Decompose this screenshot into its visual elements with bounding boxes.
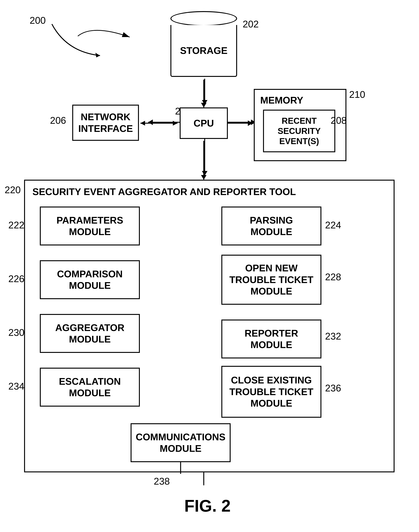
cpu-label: CPU: [194, 117, 214, 129]
svg-marker-15: [173, 121, 177, 126]
cpu-seart-arrow-svg: [199, 139, 210, 181]
svg-marker-19: [202, 100, 208, 105]
parameters-module-box: PARAMETERS MODULE: [40, 207, 140, 246]
ref-208: 208: [331, 115, 347, 126]
ref-238: 238: [154, 476, 170, 487]
escalation-module-label: ESCALATION MODULE: [59, 376, 121, 399]
network-interface-box: NETWORK INTERFACE: [72, 105, 139, 141]
svg-marker-21: [248, 120, 252, 126]
aggregator-module-box: AGGREGATOR MODULE: [40, 314, 140, 353]
ref-236: 236: [325, 383, 341, 394]
communications-module-box: COMMUNICATIONS MODULE: [131, 423, 231, 462]
comparison-module-label: COMPARISON MODULE: [57, 268, 123, 291]
storage-cylinder: STORAGE: [170, 11, 237, 77]
comparison-module-box: COMPARISON MODULE: [40, 260, 140, 299]
fig-label: FIG. 2: [161, 496, 254, 516]
close-existing-trouble-ticket-label: CLOSE EXISTING TROUBLE TICKET MODULE: [229, 374, 314, 409]
memory-label: MEMORY: [258, 93, 306, 108]
parsing-module-label: PARSING MODULE: [250, 215, 293, 238]
ref-210: 210: [349, 89, 365, 100]
aggregator-module-label: AGGREGATOR MODULE: [55, 322, 124, 345]
recent-security-events-box: RECENT SECURITY EVENT(S): [263, 110, 335, 152]
svg-marker-14: [140, 121, 145, 126]
svg-marker-17: [202, 171, 208, 176]
storage-label: STORAGE: [170, 25, 237, 77]
cpu-box: CPU: [180, 107, 228, 139]
ref-228: 228: [325, 271, 341, 283]
ref-206: 206: [50, 115, 66, 126]
network-interface-label: NETWORK INTERFACE: [78, 111, 133, 134]
cpu-memory-arrow-svg: [227, 118, 256, 129]
ref-220-inside: 220: [5, 184, 21, 195]
escalation-module-box: ESCALATION MODULE: [40, 368, 140, 407]
ni-cpu-arrow-svg: [139, 117, 181, 131]
recent-security-events-label: RECENT SECURITY EVENT(S): [278, 116, 321, 146]
reporter-module-label: REPORTER MODULE: [245, 327, 298, 351]
ref-232: 232: [325, 331, 341, 342]
seart-outer-box: SECURITY EVENT AGGREGATOR AND REPORTER T…: [24, 180, 394, 472]
ref-230: 230: [8, 327, 25, 338]
reporter-module-box: REPORTER MODULE: [221, 320, 321, 358]
open-new-trouble-ticket-label: OPEN NEW TROUBLE TICKET MODULE: [229, 262, 314, 297]
cylinder-top: [170, 11, 237, 26]
storage-cpu-arrow-svg: [199, 79, 210, 108]
ref-226: 226: [8, 273, 25, 284]
parsing-module-box: PARSING MODULE: [221, 207, 321, 246]
parameters-module-label: PARAMETERS MODULE: [56, 215, 123, 238]
ref-224: 224: [325, 220, 341, 231]
open-new-trouble-ticket-box: OPEN NEW TROUBLE TICKET MODULE: [221, 255, 321, 305]
seart-title: SECURITY EVENT AGGREGATOR AND REPORTER T…: [32, 186, 296, 197]
communications-module-label: COMMUNICATIONS MODULE: [136, 431, 225, 454]
arrow-200-svg: [37, 19, 130, 74]
ref-202: 202: [243, 19, 259, 30]
diagram-container: 200 STORAGE 202 204 CPU 206 NETWORK INTE…: [0, 0, 419, 532]
ref-234: 234: [8, 381, 25, 392]
ref-222: 222: [8, 220, 25, 231]
comm-bottom-line-svg: [179, 462, 183, 475]
close-existing-trouble-ticket-box: CLOSE EXISTING TROUBLE TICKET MODULE: [221, 366, 321, 418]
